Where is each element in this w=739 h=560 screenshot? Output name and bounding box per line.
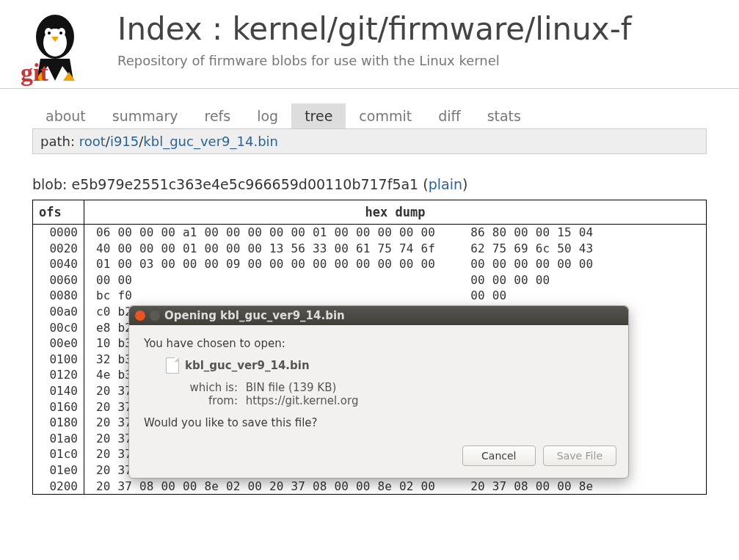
table-row: 006000 00 00 00 00 00 <box>33 272 706 288</box>
hex-offset: 00e0 <box>33 335 84 352</box>
page-header: git Index : kernel/git/firmware/linux-f … <box>0 0 739 89</box>
tab-commit[interactable]: commit <box>346 103 425 128</box>
from-value: https://git.kernel.org <box>246 394 359 407</box>
col-hexdump: hex dump <box>84 200 706 224</box>
dialog-filename: kbl_guc_ver9_14.bin <box>185 359 310 372</box>
hex-offset: 0140 <box>33 383 84 399</box>
hex-bytes-a: bc f0 <box>84 288 441 304</box>
page-title: Index : kernel/git/firmware/linux-f <box>117 11 632 47</box>
path-file[interactable]: kbl_guc_ver9_14.bin <box>143 134 278 149</box>
table-row: 000006 00 00 00 a1 00 00 00 00 00 01 00 … <box>33 225 706 241</box>
page-subtitle: Repository of firmware blobs for use wit… <box>117 53 632 68</box>
tab-summary[interactable]: summary <box>99 103 192 128</box>
hex-bytes-a: 40 00 00 00 01 00 00 00 13 56 33 00 61 7… <box>84 241 441 257</box>
hex-offset: 00a0 <box>33 304 84 320</box>
hex-offset: 0080 <box>33 288 84 304</box>
hex-bytes-b: 86 80 00 00 15 04 <box>441 225 593 241</box>
col-ofs: ofs <box>33 200 84 224</box>
hex-bytes-a: 01 00 03 00 00 00 09 00 00 00 00 00 00 0… <box>84 256 441 272</box>
tab-tree[interactable]: tree <box>291 103 346 128</box>
download-dialog: Opening kbl_guc_ver9_14.bin You have cho… <box>128 305 629 479</box>
which-is-value: BIN file (139 KB) <box>246 381 337 394</box>
hex-bytes-a: 00 00 <box>84 272 441 288</box>
close-icon[interactable] <box>135 310 145 321</box>
hex-offset: 0000 <box>33 225 84 241</box>
tab-about[interactable]: about <box>32 103 99 128</box>
breadcrumb: path: root/i915/kbl_guc_ver9_14.bin <box>32 128 707 154</box>
plain-link[interactable]: plain <box>429 176 462 192</box>
dialog-question: Would you like to save this file? <box>144 416 614 429</box>
table-row: 004001 00 03 00 00 00 09 00 00 00 00 00 … <box>33 256 706 272</box>
dialog-titlebar[interactable]: Opening kbl_guc_ver9_14.bin <box>129 306 628 325</box>
git-logo: git <box>15 7 95 88</box>
minimize-icon[interactable] <box>150 310 160 321</box>
blob-info: blob: e5b979e2551c363e4e5c966659d00110b7… <box>32 176 707 192</box>
from-label: from: <box>188 394 238 407</box>
dialog-title-text: Opening kbl_guc_ver9_14.bin <box>164 309 345 322</box>
svg-point-5 <box>59 32 62 34</box>
tab-refs[interactable]: refs <box>191 103 244 128</box>
hex-offset: 0200 <box>33 479 84 495</box>
hex-offset: 0040 <box>33 256 84 272</box>
hex-offset: 01e0 <box>33 462 84 479</box>
hex-offset: 0180 <box>33 415 84 431</box>
hex-offset: 01a0 <box>33 431 84 447</box>
file-icon <box>166 357 179 374</box>
hex-bytes-b: 00 00 00 00 <box>441 272 550 288</box>
blob-prefix: blob: <box>32 176 67 192</box>
path-label: path: <box>40 134 75 149</box>
cancel-button[interactable]: Cancel <box>462 446 536 466</box>
hex-offset: 0100 <box>33 352 84 368</box>
path-root[interactable]: root <box>79 134 106 149</box>
which-is-label: which is: <box>188 381 238 394</box>
tab-stats[interactable]: stats <box>474 103 534 128</box>
hex-offset: 0020 <box>33 241 84 257</box>
hex-bytes-a: 06 00 00 00 a1 00 00 00 00 00 01 00 00 0… <box>84 225 441 241</box>
hex-offset: 0120 <box>33 367 84 383</box>
hex-offset: 0160 <box>33 399 84 415</box>
table-row: 0080bc f0 00 00 <box>33 288 706 304</box>
svg-text:git: git <box>21 59 48 86</box>
table-row: 020020 37 08 00 00 8e 02 00 20 37 08 00 … <box>33 479 706 495</box>
hex-bytes-b: 20 37 08 00 00 8e <box>441 479 593 495</box>
hex-bytes-b: 00 00 00 00 00 00 <box>441 256 593 272</box>
hex-bytes-a: 20 37 08 00 00 8e 02 00 20 37 08 00 00 8… <box>84 479 441 495</box>
hex-offset: 01c0 <box>33 446 84 462</box>
tab-log[interactable]: log <box>244 103 291 128</box>
hex-offset: 00c0 <box>33 320 84 336</box>
tab-diff[interactable]: diff <box>425 103 473 128</box>
nav-tabs: about summary refs log tree commit diff … <box>0 89 739 128</box>
hex-bytes-b: 62 75 69 6c 50 43 <box>441 241 593 257</box>
svg-marker-8 <box>63 72 75 81</box>
table-row: 002040 00 00 00 01 00 00 00 13 56 33 00 … <box>33 241 706 257</box>
hex-bytes-b: 00 00 <box>441 288 506 304</box>
dialog-chosen-text: You have chosen to open: <box>144 337 614 350</box>
svg-point-4 <box>48 32 51 34</box>
blob-hash: e5b979e2551c363e4e5c966659d00110b717f5a1 <box>71 176 418 192</box>
hex-offset: 0060 <box>33 272 84 288</box>
path-i915[interactable]: i915 <box>110 134 139 149</box>
save-file-button[interactable]: Save File <box>543 446 616 466</box>
